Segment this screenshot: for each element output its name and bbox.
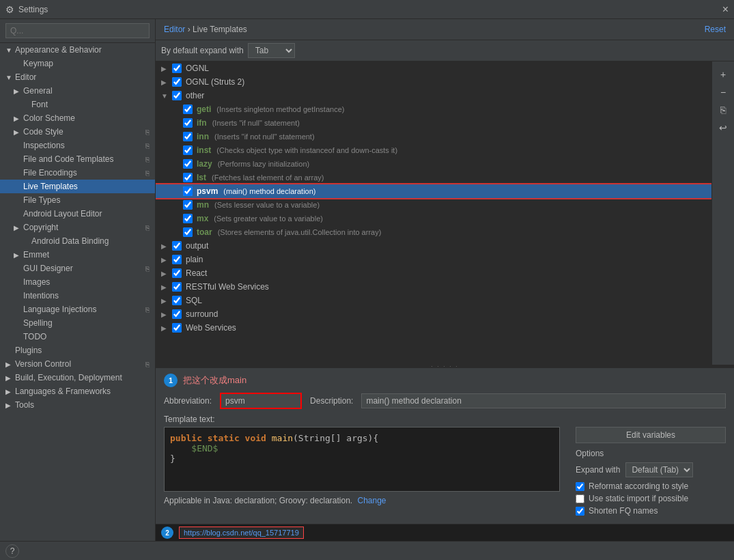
breadcrumb-page: Live Templates [193, 25, 247, 34]
tpl-inn[interactable]: inn (Inserts "if not null" statement) [156, 130, 711, 143]
close-button[interactable]: × [722, 3, 729, 16]
sidebar-item-build-execution[interactable]: ▶ Build, Execution, Deployment [0, 371, 155, 384]
group-sql-checkbox[interactable] [172, 296, 182, 305]
sidebar-item-editor[interactable]: ▼ Editor [0, 70, 155, 84]
sidebar-item-emmet[interactable]: ▶ Emmet [0, 248, 155, 262]
group-web-services[interactable]: ▶ Web Services [156, 321, 711, 335]
group-react-checkbox[interactable] [172, 268, 182, 278]
applicable-row: Applicable in Java: declaration; Groovy:… [164, 496, 567, 505]
tpl-psvm[interactable]: psvm (main() method declaration) [156, 184, 711, 198]
group-label: output [186, 241, 208, 251]
group-react[interactable]: ▶ React [156, 266, 711, 280]
group-surround[interactable]: ▶ surround [156, 307, 711, 321]
group-ognl-checkbox[interactable] [172, 64, 182, 73]
help-button[interactable]: ? [5, 544, 19, 558]
sidebar-item-appearance[interactable]: ▼ Appearance & Behavior [0, 43, 155, 57]
add-button[interactable]: + [715, 67, 731, 82]
sidebar-item-file-code-templates[interactable]: File and Code Templates ⎘ [0, 152, 155, 166]
group-label: other [186, 91, 204, 100]
edit-variables-button[interactable]: Edit variables [576, 427, 726, 443]
options-expand-select[interactable]: Default (Tab) Tab Enter Space [625, 462, 693, 477]
tpl-lazy[interactable]: lazy (Performs lazy initialization) [156, 157, 711, 171]
tpl-mn-checkbox[interactable] [183, 200, 193, 210]
sidebar-item-images[interactable]: Images [0, 275, 155, 289]
sidebar-item-tools[interactable]: ▶ Tools [0, 398, 155, 412]
group-web-services-checkbox[interactable] [172, 323, 182, 333]
abbreviation-input[interactable] [220, 393, 302, 409]
undo-button[interactable]: ↩ [715, 120, 731, 135]
tpl-ifn[interactable]: ifn (Inserts "if null" statement) [156, 116, 711, 130]
sidebar-item-spelling[interactable]: Spelling [0, 316, 155, 330]
sidebar-item-intentions[interactable]: Intentions [0, 289, 155, 303]
tpl-geti[interactable]: geti (Inserts singleton method getInstan… [156, 102, 711, 116]
group-restful[interactable]: ▶ RESTful Web Services [156, 280, 711, 294]
remove-button[interactable]: − [715, 85, 731, 100]
static-import-checkbox[interactable] [576, 494, 584, 503]
shorten-fq-checkbox[interactable] [576, 507, 584, 516]
sidebar-item-file-encodings[interactable]: File Encodings ⎘ [0, 166, 155, 180]
tpl-name: toar [197, 227, 212, 237]
expand-arrow: ▶ [161, 324, 169, 332]
sidebar-item-color-scheme[interactable]: ▶ Color Scheme [0, 111, 155, 125]
sidebar-item-inspections[interactable]: Inspections ⎘ [0, 139, 155, 152]
expand-with-select[interactable]: Tab Enter Space [248, 43, 295, 58]
options-panel: Edit variables Options Expand with Defau… [576, 427, 726, 518]
search-input[interactable] [5, 23, 150, 38]
group-ognl[interactable]: ▶ OGNL [156, 61, 711, 75]
sidebar-item-plugins[interactable]: Plugins [0, 344, 155, 357]
group-plain-checkbox[interactable] [172, 255, 182, 264]
sidebar-item-gui-designer[interactable]: GUI Designer ⎘ [0, 262, 155, 275]
tpl-lazy-checkbox[interactable] [183, 159, 193, 169]
tpl-geti-checkbox[interactable] [183, 104, 193, 114]
group-plain[interactable]: ▶ plain [156, 253, 711, 266]
group-output[interactable]: ▶ output [156, 239, 711, 253]
reformat-checkbox[interactable] [576, 482, 584, 491]
group-label: SQL [186, 296, 202, 305]
url-link[interactable]: https://blog.csdn.net/qq_15717719 [179, 527, 304, 539]
tpl-toar-checkbox[interactable] [183, 227, 193, 237]
tpl-inst[interactable]: inst (Checks object type with instanceof… [156, 143, 711, 157]
sidebar-item-font[interactable]: Font [0, 98, 155, 111]
expand-with-label: By default expand with [161, 46, 244, 55]
sidebar-item-live-templates[interactable]: Live Templates [0, 180, 155, 193]
template-text-area[interactable]: public static void main(String[] args){ … [164, 427, 560, 492]
desc-label: Description: [310, 396, 353, 406]
tpl-mn[interactable]: mn (Sets lesser value to a variable) [156, 198, 711, 212]
sidebar-item-android-layout-editor[interactable]: Android Layout Editor [0, 207, 155, 221]
sidebar-item-code-style[interactable]: ▶ Code Style ⎘ [0, 125, 155, 139]
tpl-psvm-checkbox[interactable] [183, 186, 193, 196]
group-other-checkbox[interactable] [172, 91, 182, 100]
group-sql[interactable]: ▶ SQL [156, 294, 711, 307]
group-ognl-struts-checkbox[interactable] [172, 77, 182, 87]
description-input[interactable] [361, 393, 726, 408]
tpl-mx-checkbox[interactable] [183, 214, 193, 223]
tpl-desc: (Inserts "if null" statement) [212, 119, 300, 127]
sidebar-item-language-injections[interactable]: Language Injections ⎘ [0, 303, 155, 316]
group-surround-checkbox[interactable] [172, 309, 182, 319]
group-ognl-struts[interactable]: ▶ OGNL (Struts 2) [156, 75, 711, 89]
tpl-ifn-checkbox[interactable] [183, 118, 193, 128]
sidebar-item-android-data-binding[interactable]: Android Data Binding [0, 234, 155, 248]
sidebar-item-version-control[interactable]: ▶ Version Control ⎘ [0, 357, 155, 371]
tpl-lst-checkbox[interactable] [183, 173, 193, 182]
tpl-mx[interactable]: mx (Sets greater value to a variable) [156, 212, 711, 225]
tpl-lst[interactable]: lst (Fetches last element of an array) [156, 171, 711, 184]
sidebar-item-general[interactable]: ▶ General [0, 84, 155, 98]
sidebar-item-file-types[interactable]: File Types [0, 193, 155, 207]
group-other[interactable]: ▼ other [156, 89, 711, 102]
group-restful-checkbox[interactable] [172, 282, 182, 292]
reset-button[interactable]: Reset [705, 25, 726, 34]
tpl-inn-checkbox[interactable] [183, 132, 193, 141]
main-panel: Editor › Live Templates Reset By default… [156, 19, 734, 541]
sidebar-item-copyright[interactable]: ▶ Copyright ⎘ [0, 221, 155, 234]
tpl-toar[interactable]: toar (Stores elements of java.util.Colle… [156, 225, 711, 239]
sidebar-item-todo[interactable]: TODO [0, 330, 155, 344]
group-label: OGNL (Struts 2) [186, 77, 244, 87]
applicable-link[interactable]: Change [358, 496, 386, 505]
sidebar-item-keymap[interactable]: Keymap [0, 57, 155, 70]
copy-template-button[interactable]: ⎘ [715, 102, 731, 117]
tpl-name: ifn [197, 118, 207, 128]
sidebar-item-languages-frameworks[interactable]: ▶ Languages & Frameworks [0, 384, 155, 398]
tpl-inst-checkbox[interactable] [183, 145, 193, 155]
group-output-checkbox[interactable] [172, 241, 182, 251]
